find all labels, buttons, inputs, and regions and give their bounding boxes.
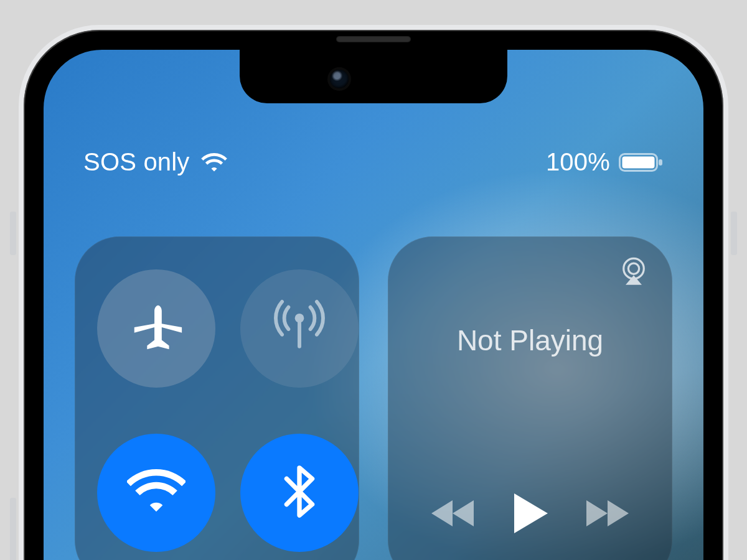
airplay-button[interactable] (616, 255, 651, 290)
side-button (731, 212, 737, 255)
connectivity-panel[interactable] (75, 236, 359, 560)
airplane-mode-toggle[interactable] (97, 269, 215, 388)
svg-rect-1 (622, 156, 655, 168)
rewind-icon (429, 498, 477, 529)
bezel: SOS only 100% (24, 30, 723, 560)
display-notch (240, 50, 507, 103)
now-playing-label: Not Playing (457, 324, 603, 357)
mute-switch (10, 212, 16, 255)
phone-frame: SOS only 100% (19, 25, 728, 560)
status-bar: SOS only 100% (44, 148, 703, 176)
status-bar-right: 100% (546, 148, 664, 176)
battery-percent-text: 100% (546, 148, 610, 176)
play-button[interactable] (502, 485, 558, 541)
next-track-button[interactable] (579, 485, 635, 541)
previous-track-button[interactable] (425, 485, 481, 541)
cellular-data-toggle[interactable] (240, 269, 359, 388)
wifi-toggle[interactable] (97, 434, 215, 552)
svg-rect-2 (659, 159, 662, 166)
connectivity-grid (97, 259, 337, 560)
bluetooth-toggle[interactable] (240, 434, 359, 552)
bluetooth-icon (270, 462, 329, 523)
antenna-icon (270, 298, 329, 359)
wifi-icon (201, 152, 227, 172)
transport-controls (388, 485, 672, 541)
control-center-row: Not Playing (75, 236, 672, 560)
screen: SOS only 100% (44, 50, 703, 560)
carrier-status-text: SOS only (83, 148, 190, 176)
play-icon (510, 491, 550, 536)
media-panel-inner: Not Playing (388, 236, 672, 560)
svg-rect-4 (298, 321, 301, 348)
airplay-icon (618, 255, 650, 290)
fast-forward-icon (583, 498, 631, 529)
iphone-device-frame: SOS only 100% (19, 25, 728, 560)
svg-point-5 (628, 263, 639, 274)
wifi-icon (127, 462, 186, 523)
volume-button (10, 498, 16, 560)
status-bar-left: SOS only (83, 148, 227, 176)
media-panel[interactable]: Not Playing (388, 236, 672, 560)
front-camera (330, 70, 349, 88)
airplane-icon (127, 298, 186, 359)
battery-full-icon (619, 152, 664, 173)
